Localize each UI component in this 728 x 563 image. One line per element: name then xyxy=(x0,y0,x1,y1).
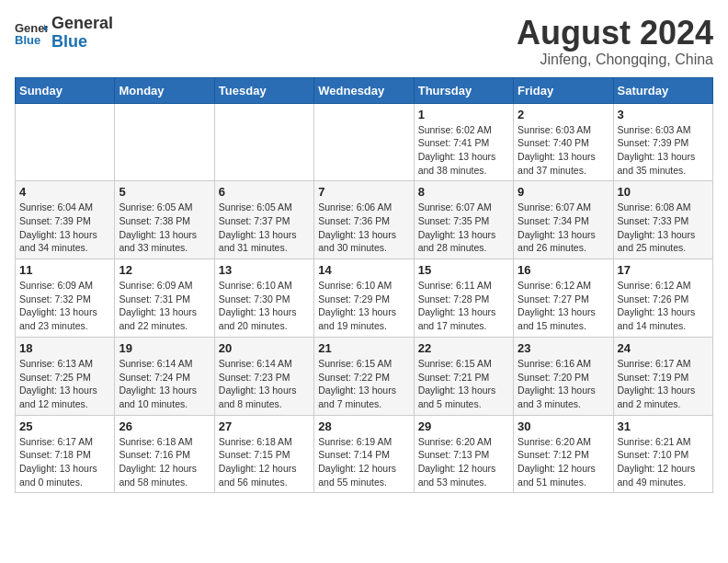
day-info: Sunrise: 6:13 AM Sunset: 7:25 PM Dayligh… xyxy=(19,357,110,411)
svg-text:Blue: Blue xyxy=(15,33,40,47)
day-info: Sunrise: 6:18 AM Sunset: 7:16 PM Dayligh… xyxy=(119,435,210,489)
calendar-cell: 28Sunrise: 6:19 AM Sunset: 7:14 PM Dayli… xyxy=(314,415,414,493)
calendar-cell: 22Sunrise: 6:15 AM Sunset: 7:21 PM Dayli… xyxy=(414,337,513,415)
day-info: Sunrise: 6:05 AM Sunset: 7:37 PM Dayligh… xyxy=(219,201,310,255)
day-info: Sunrise: 6:15 AM Sunset: 7:21 PM Dayligh… xyxy=(418,357,509,411)
day-info: Sunrise: 6:05 AM Sunset: 7:38 PM Dayligh… xyxy=(119,201,210,255)
day-number: 26 xyxy=(119,419,210,433)
day-number: 15 xyxy=(418,263,509,277)
calendar-title: August 2024 xyxy=(517,15,713,52)
calendar-cell: 16Sunrise: 6:12 AM Sunset: 7:27 PM Dayli… xyxy=(514,259,613,338)
day-number: 1 xyxy=(418,108,509,121)
title-area: August 2024 Jinfeng, Chongqing, China xyxy=(517,15,713,68)
calendar-cell: 17Sunrise: 6:12 AM Sunset: 7:26 PM Dayli… xyxy=(613,259,712,338)
day-info: Sunrise: 6:10 AM Sunset: 7:30 PM Dayligh… xyxy=(219,279,310,333)
calendar-cell: 23Sunrise: 6:16 AM Sunset: 7:20 PM Dayli… xyxy=(514,337,613,415)
calendar-cell: 7Sunrise: 6:06 AM Sunset: 7:36 PM Daylig… xyxy=(314,181,414,259)
day-number: 5 xyxy=(119,185,210,199)
calendar-cell xyxy=(115,103,214,181)
calendar-cell: 3Sunrise: 6:03 AM Sunset: 7:39 PM Daylig… xyxy=(613,103,712,181)
calendar-cell: 20Sunrise: 6:14 AM Sunset: 7:23 PM Dayli… xyxy=(214,337,313,415)
calendar-cell: 6Sunrise: 6:05 AM Sunset: 7:37 PM Daylig… xyxy=(214,181,313,259)
calendar-cell: 13Sunrise: 6:10 AM Sunset: 7:30 PM Dayli… xyxy=(214,259,313,338)
calendar-cell: 24Sunrise: 6:17 AM Sunset: 7:19 PM Dayli… xyxy=(613,337,712,415)
day-info: Sunrise: 6:20 AM Sunset: 7:13 PM Dayligh… xyxy=(418,435,509,489)
day-number: 30 xyxy=(518,419,609,433)
calendar-cell: 14Sunrise: 6:10 AM Sunset: 7:29 PM Dayli… xyxy=(314,259,414,338)
day-info: Sunrise: 6:21 AM Sunset: 7:10 PM Dayligh… xyxy=(618,435,709,489)
day-info: Sunrise: 6:20 AM Sunset: 7:12 PM Dayligh… xyxy=(518,435,609,489)
calendar-subtitle: Jinfeng, Chongqing, China xyxy=(517,52,713,68)
calendar-cell: 31Sunrise: 6:21 AM Sunset: 7:10 PM Dayli… xyxy=(613,415,712,493)
day-info: Sunrise: 6:09 AM Sunset: 7:32 PM Dayligh… xyxy=(19,279,110,333)
day-info: Sunrise: 6:17 AM Sunset: 7:19 PM Dayligh… xyxy=(618,357,709,411)
day-info: Sunrise: 6:18 AM Sunset: 7:15 PM Dayligh… xyxy=(219,435,310,489)
logo-blue-text: Blue xyxy=(51,32,87,51)
day-info: Sunrise: 6:09 AM Sunset: 7:31 PM Dayligh… xyxy=(119,279,210,333)
day-info: Sunrise: 6:04 AM Sunset: 7:39 PM Dayligh… xyxy=(19,201,110,255)
day-number: 22 xyxy=(418,341,509,355)
day-number: 19 xyxy=(119,341,210,355)
week-row-2: 4Sunrise: 6:04 AM Sunset: 7:39 PM Daylig… xyxy=(16,181,713,259)
day-number: 18 xyxy=(19,341,110,355)
calendar-cell: 21Sunrise: 6:15 AM Sunset: 7:22 PM Dayli… xyxy=(314,337,414,415)
weekday-header-thursday: Thursday xyxy=(414,77,513,103)
day-info: Sunrise: 6:02 AM Sunset: 7:41 PM Dayligh… xyxy=(418,123,509,178)
day-info: Sunrise: 6:06 AM Sunset: 7:36 PM Dayligh… xyxy=(318,201,409,255)
calendar-cell: 9Sunrise: 6:07 AM Sunset: 7:34 PM Daylig… xyxy=(514,181,613,259)
day-number: 27 xyxy=(219,419,310,433)
day-number: 17 xyxy=(618,263,709,277)
calendar-cell: 26Sunrise: 6:18 AM Sunset: 7:16 PM Dayli… xyxy=(115,415,214,493)
day-number: 2 xyxy=(518,108,609,121)
calendar-cell: 2Sunrise: 6:03 AM Sunset: 7:40 PM Daylig… xyxy=(514,103,613,181)
day-info: Sunrise: 6:12 AM Sunset: 7:27 PM Dayligh… xyxy=(518,279,609,333)
calendar-cell: 5Sunrise: 6:05 AM Sunset: 7:38 PM Daylig… xyxy=(115,181,214,259)
day-info: Sunrise: 6:03 AM Sunset: 7:40 PM Dayligh… xyxy=(518,123,609,178)
calendar-cell: 10Sunrise: 6:08 AM Sunset: 7:33 PM Dayli… xyxy=(613,181,712,259)
calendar-table: SundayMondayTuesdayWednesdayThursdayFrid… xyxy=(15,77,713,494)
day-number: 9 xyxy=(518,185,609,199)
day-info: Sunrise: 6:11 AM Sunset: 7:28 PM Dayligh… xyxy=(418,279,509,333)
calendar-cell: 29Sunrise: 6:20 AM Sunset: 7:13 PM Dayli… xyxy=(414,415,513,493)
day-number: 24 xyxy=(618,341,709,355)
day-info: Sunrise: 6:15 AM Sunset: 7:22 PM Dayligh… xyxy=(318,357,409,411)
calendar-cell: 11Sunrise: 6:09 AM Sunset: 7:32 PM Dayli… xyxy=(16,259,115,338)
calendar-cell xyxy=(214,103,313,181)
day-info: Sunrise: 6:14 AM Sunset: 7:24 PM Dayligh… xyxy=(119,357,210,411)
weekday-header-friday: Friday xyxy=(514,77,613,103)
day-info: Sunrise: 6:03 AM Sunset: 7:39 PM Dayligh… xyxy=(618,123,709,178)
day-number: 29 xyxy=(418,419,509,433)
day-number: 23 xyxy=(518,341,609,355)
weekday-header-sunday: Sunday xyxy=(16,77,115,103)
day-info: Sunrise: 6:12 AM Sunset: 7:26 PM Dayligh… xyxy=(618,279,709,333)
day-number: 6 xyxy=(219,185,310,199)
day-info: Sunrise: 6:08 AM Sunset: 7:33 PM Dayligh… xyxy=(618,201,709,255)
weekday-header-row: SundayMondayTuesdayWednesdayThursdayFrid… xyxy=(16,77,713,103)
day-number: 11 xyxy=(19,263,110,277)
calendar-header: SundayMondayTuesdayWednesdayThursdayFrid… xyxy=(16,77,713,103)
weekday-header-monday: Monday xyxy=(115,77,214,103)
day-number: 3 xyxy=(618,108,709,121)
day-number: 28 xyxy=(318,419,409,433)
day-info: Sunrise: 6:16 AM Sunset: 7:20 PM Dayligh… xyxy=(518,357,609,411)
day-number: 13 xyxy=(219,263,310,277)
calendar-cell: 4Sunrise: 6:04 AM Sunset: 7:39 PM Daylig… xyxy=(16,181,115,259)
day-number: 31 xyxy=(618,419,709,433)
calendar-body: 1Sunrise: 6:02 AM Sunset: 7:41 PM Daylig… xyxy=(16,103,713,493)
day-info: Sunrise: 6:14 AM Sunset: 7:23 PM Dayligh… xyxy=(219,357,310,411)
logo-general-text: General xyxy=(51,14,113,32)
day-number: 16 xyxy=(518,263,609,277)
day-number: 8 xyxy=(418,185,509,199)
weekday-header-tuesday: Tuesday xyxy=(214,77,313,103)
week-row-3: 11Sunrise: 6:09 AM Sunset: 7:32 PM Dayli… xyxy=(16,259,713,338)
day-number: 14 xyxy=(318,263,409,277)
day-number: 20 xyxy=(219,341,310,355)
day-info: Sunrise: 6:19 AM Sunset: 7:14 PM Dayligh… xyxy=(318,435,409,489)
calendar-cell: 25Sunrise: 6:17 AM Sunset: 7:18 PM Dayli… xyxy=(16,415,115,493)
week-row-5: 25Sunrise: 6:17 AM Sunset: 7:18 PM Dayli… xyxy=(16,415,713,493)
calendar-cell: 15Sunrise: 6:11 AM Sunset: 7:28 PM Dayli… xyxy=(414,259,513,338)
day-info: Sunrise: 6:07 AM Sunset: 7:34 PM Dayligh… xyxy=(518,201,609,255)
logo-icon: General Blue xyxy=(15,19,48,47)
day-info: Sunrise: 6:10 AM Sunset: 7:29 PM Dayligh… xyxy=(318,279,409,333)
day-number: 12 xyxy=(119,263,210,277)
